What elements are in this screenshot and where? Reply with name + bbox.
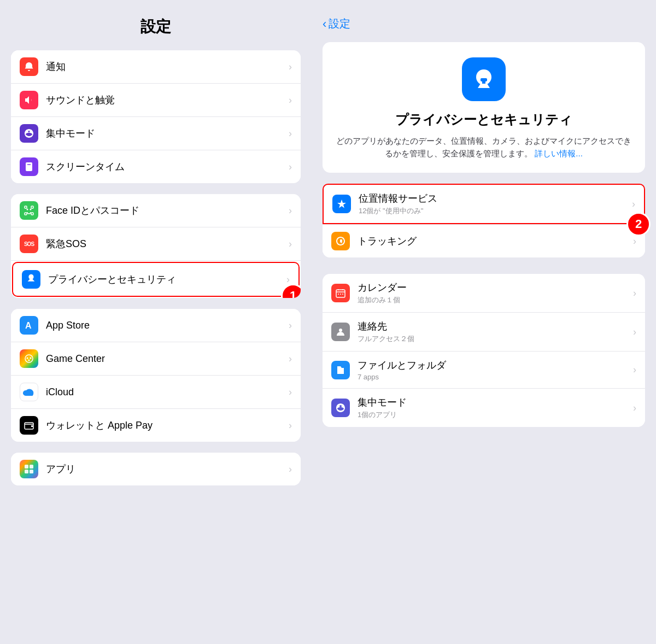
svg-rect-0 [26, 162, 32, 171]
icloud-chevron: › [289, 387, 292, 398]
svg-rect-15 [25, 465, 28, 469]
gamecenter-chevron: › [289, 353, 292, 365]
svg-point-20 [338, 294, 339, 295]
svg-point-9 [25, 355, 33, 362]
sound-icon [20, 91, 38, 109]
svg-rect-5 [31, 206, 33, 208]
appstore-label: App Store [46, 320, 284, 331]
calendar-label: カレンダー 追加のみ１個 [358, 281, 629, 305]
privacy-header-title: プライバシーとセキュリティ [336, 111, 632, 128]
sidebar-item-sound[interactable]: サウンドと触覚 › [11, 84, 301, 117]
svg-text:A: A [25, 321, 32, 330]
focus2-label: 集中モード 1個のアプリ [358, 396, 629, 420]
settings-group-2: Face IDとパスコード › SOS 緊急SOS › プライバシーとセキュリテ… [11, 194, 301, 298]
sidebar-item-sos[interactable]: SOS 緊急SOS › [11, 227, 301, 261]
location-chevron: › [632, 198, 635, 210]
privacy-row-wrapper: プライバシーとセキュリティ › 1 [11, 262, 301, 297]
sidebar-item-focus[interactable]: 集中モード › [11, 117, 301, 150]
icloud-label: iCloud [46, 387, 284, 398]
contacts-icon [331, 323, 350, 341]
calendar-icon [331, 284, 350, 302]
tracking-label: トラッキング [358, 235, 629, 248]
screentime-icon [20, 157, 38, 176]
sidebar-item-notifications[interactable]: 通知 › [11, 50, 301, 84]
sound-label: サウンドと触覚 [46, 93, 284, 107]
apps-label: アプリ [46, 462, 284, 476]
notifications-icon [20, 57, 38, 76]
right-panel: ‹ 設定 プライバシーとセキュリティ どのアプリがあなたのデータ、位置情報、カメ… [312, 0, 656, 644]
appstore-chevron: › [289, 320, 292, 331]
sidebar-item-icloud[interactable]: iCloud › [11, 376, 301, 409]
svg-point-12 [28, 360, 30, 361]
settings-group-4: アプリ › [11, 453, 301, 485]
left-panel-title: 設定 [11, 16, 301, 37]
sidebar-item-gamecenter[interactable]: Game Center › [11, 342, 301, 376]
contacts-label: 連絡先 フルアクセス２個 [358, 320, 629, 344]
faceid-label: Face IDとパスコード [46, 204, 284, 217]
focus2-icon [331, 399, 350, 417]
back-navigation[interactable]: ‹ 設定 [323, 16, 645, 31]
sidebar-item-wallet[interactable]: ウォレットと Apple Pay › [11, 409, 301, 442]
files-label: ファイルとフォルダ 7 apps [358, 359, 629, 381]
sos-chevron: › [289, 238, 292, 250]
settings-group-3: A App Store › Game Center › iCloud › [11, 309, 301, 442]
focus2-chevron: › [633, 402, 636, 414]
privacy-icon [22, 270, 40, 289]
notifications-chevron: › [289, 61, 292, 73]
location-services-row[interactable]: 位置情報サービス 12個が "使用中のみ" › [323, 184, 645, 224]
svg-point-22 [342, 294, 343, 295]
tracking-icon [331, 232, 350, 250]
apps-chevron: › [289, 464, 292, 475]
sidebar-item-privacy[interactable]: プライバシーとセキュリティ › [12, 262, 300, 297]
wallet-label: ウォレットと Apple Pay [46, 419, 284, 432]
files-row[interactable]: ファイルとフォルダ 7 apps › [323, 352, 645, 389]
files-icon [331, 361, 350, 379]
calendar-row[interactable]: カレンダー 追加のみ１個 › [323, 274, 645, 313]
focus-icon [20, 124, 38, 143]
privacy-header-card: プライバシーとセキュリティ どのアプリがあなたのデータ、位置情報、カメラ、および… [323, 42, 645, 173]
privacy-header-desc: どのアプリがあなたのデータ、位置情報、カメラ、およびマイクにアクセスできるかを管… [336, 135, 632, 160]
svg-rect-4 [25, 206, 27, 208]
svg-point-25 [339, 329, 342, 332]
svg-point-10 [27, 358, 28, 359]
back-label: 設定 [329, 16, 350, 31]
location-row-wrapper: 位置情報サービス 12個が "使用中のみ" › 2 [323, 184, 645, 224]
sidebar-item-screentime[interactable]: スクリーンタイム › [11, 150, 301, 183]
screentime-chevron: › [289, 161, 292, 173]
sidebar-item-faceid[interactable]: Face IDとパスコード › [11, 194, 301, 227]
svg-point-21 [340, 294, 341, 295]
contacts-row[interactable]: 連絡先 フルアクセス２個 › [323, 313, 645, 352]
location-services-text: 位置情報サービス 12個が "使用中のみ" [359, 192, 628, 216]
sos-icon: SOS [20, 235, 38, 253]
sidebar-item-apps[interactable]: アプリ › [11, 453, 301, 485]
files-chevron: › [633, 364, 636, 376]
sidebar-item-appstore[interactable]: A App Store › [11, 309, 301, 342]
back-chevron-icon: ‹ [323, 18, 326, 30]
focus-mode-chevron: › [289, 128, 292, 139]
svg-rect-18 [30, 470, 33, 473]
svg-rect-17 [25, 470, 28, 473]
focus2-row[interactable]: 集中モード 1個のアプリ › [323, 389, 645, 427]
faceid-chevron: › [289, 205, 292, 216]
contacts-chevron: › [633, 326, 636, 338]
privacy-learn-more-link[interactable]: 詳しい情報... [535, 149, 583, 158]
tracking-chevron: › [633, 236, 636, 247]
svg-rect-7 [31, 213, 33, 215]
svg-rect-16 [30, 465, 33, 469]
wallet-chevron: › [289, 420, 292, 431]
svg-point-11 [30, 358, 32, 359]
settings-group-1: 通知 › サウンドと触覚 › 集中モード › [11, 50, 301, 183]
tracking-row[interactable]: トラッキング › [323, 224, 645, 257]
svg-point-3 [30, 209, 32, 210]
focus-mode-label: 集中モード [46, 127, 284, 140]
privacy-label: プライバシーとセキュリティ [48, 273, 282, 286]
calendar-chevron: › [633, 288, 636, 299]
annotation-2: 2 [626, 212, 651, 236]
wallet-icon [20, 416, 38, 435]
privacy-header-icon [462, 57, 506, 101]
svg-rect-6 [25, 213, 27, 215]
svg-rect-14 [31, 425, 33, 427]
screentime-label: スクリーンタイム [46, 160, 284, 173]
gamecenter-label: Game Center [46, 353, 284, 365]
sos-label: 緊急SOS [46, 237, 284, 250]
